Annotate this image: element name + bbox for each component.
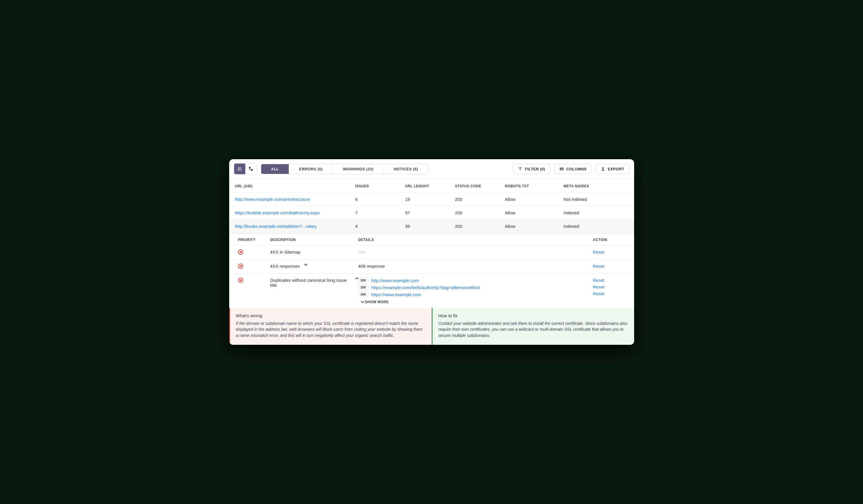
- filter-label: FILTER (0): [525, 167, 545, 171]
- cell-meta: Indexed: [564, 224, 628, 229]
- cell-robots: Allow: [505, 210, 564, 215]
- cell-meta: Indexed: [564, 210, 628, 215]
- reset-link[interactable]: Reset: [593, 291, 628, 296]
- cell-url-length: 19: [405, 197, 455, 202]
- panel-title: What's wrong: [236, 313, 426, 318]
- tab-errors[interactable]: ERRORS (0): [289, 164, 333, 174]
- reset-link[interactable]: Reset: [593, 249, 628, 255]
- col-url-length[interactable]: URL LENGHT: [405, 184, 455, 188]
- col-meta-noindex[interactable]: META NOIDEX: [564, 184, 628, 188]
- filter-button[interactable]: FILTER (0): [513, 164, 550, 174]
- list-view-button[interactable]: [234, 164, 245, 174]
- cell-robots: Allow: [505, 224, 564, 229]
- cell-status: 200: [455, 210, 505, 215]
- tree-view-button[interactable]: [245, 164, 257, 174]
- cell-status: 200: [455, 197, 505, 202]
- col-url[interactable]: URL (345): [235, 184, 355, 188]
- detail-url[interactable]: https://example.com/bells/authority?bag=…: [371, 285, 480, 290]
- table-header: URL (345) ISSUES URL LENGHT STATUS CODE …: [229, 179, 634, 193]
- filter-tabs: ALL ERRORS (0) WARNINGS (10) NOTICES (5): [261, 164, 428, 174]
- col-action: ACTION: [593, 238, 628, 242]
- svg-rect-7: [251, 169, 252, 170]
- cell-issues: 4: [355, 224, 405, 229]
- detail-url[interactable]: https://www.example.com: [371, 292, 421, 297]
- upload-icon: [601, 167, 605, 171]
- col-description: DESCRIPTION: [270, 238, 358, 242]
- svg-point-4: [238, 169, 238, 169]
- tree-icon: [249, 167, 253, 171]
- col-priority: PRIORITY: [238, 238, 270, 242]
- export-label: EXPORT: [608, 167, 624, 171]
- status-badge: 200: [358, 292, 368, 297]
- issues-header: PRIORITY DESCRIPTION DETAILS ACTION: [229, 233, 634, 245]
- cell-status: 200: [455, 224, 505, 229]
- columns-button[interactable]: COLUMNS: [554, 164, 591, 174]
- col-details: DETAILS: [358, 238, 593, 242]
- toolbar: ALL ERRORS (0) WARNINGS (10) NOTICES (5)…: [229, 159, 634, 179]
- app-window: ALL ERRORS (0) WARNINGS (10) NOTICES (5)…: [229, 159, 634, 345]
- issue-description-expandable[interactable]: 4XX responses: [270, 263, 358, 269]
- columns-label: COLUMNS: [566, 167, 587, 171]
- url-table: URL (345) ISSUES URL LENGHT STATUS CODE …: [229, 179, 634, 308]
- svg-rect-12: [561, 167, 562, 170]
- svg-point-3: [238, 167, 238, 168]
- cell-robots: Allow: [505, 197, 564, 202]
- filter-icon: [518, 167, 523, 171]
- table-row[interactable]: https://bubble.example.com/bath/army.asp…: [229, 206, 634, 220]
- list-icon: [237, 167, 242, 171]
- status-badge: 200: [358, 277, 368, 283]
- error-icon: [238, 263, 243, 269]
- svg-rect-14: [602, 170, 604, 171]
- action-column: Reset Reset Reset: [593, 277, 628, 296]
- detail-item: 200 https://example.com/bells/authority?…: [358, 285, 593, 290]
- issue-row-expanded: Duplicates without canonical long issue …: [229, 273, 634, 308]
- columns-icon: [559, 167, 564, 171]
- info-panels: What's wrong If the domain or subdomain …: [229, 308, 634, 345]
- how-to-fix-panel: How to fix Contact your website administ…: [432, 308, 634, 345]
- export-button[interactable]: EXPORT: [596, 164, 629, 174]
- url-link[interactable]: https://bubble.example.com/bath/army.asp…: [235, 210, 355, 215]
- status-badge: 200: [358, 285, 368, 290]
- panel-body: If the domain or subdomain name to which…: [236, 321, 426, 338]
- issue-description: 4XX in Sitemap: [270, 249, 358, 255]
- issue-description-expandable[interactable]: Duplicates without canonical long issue …: [270, 277, 358, 288]
- whats-wrong-panel: What's wrong If the domain or subdomain …: [229, 308, 432, 345]
- detail-links: 200 http://www.example.com 200 https://e…: [358, 277, 593, 304]
- panel-body: Contact your website administrator and a…: [438, 321, 628, 338]
- svg-rect-13: [563, 167, 563, 170]
- view-toggle: [234, 163, 257, 175]
- cell-issues: 6: [355, 197, 405, 202]
- cell-issues: 7: [355, 210, 405, 215]
- svg-rect-6: [249, 167, 250, 168]
- reset-link[interactable]: Reset: [593, 284, 628, 289]
- chevron-down-icon: [304, 262, 308, 266]
- detail-item: 200 http://www.example.com: [358, 277, 593, 283]
- panel-title: How to fix: [438, 313, 628, 318]
- url-link[interactable]: http://www.example.com/ants#account: [235, 197, 355, 202]
- url-link[interactable]: http://books.example.net/addition?...nda…: [235, 224, 355, 229]
- error-icon: [238, 249, 243, 255]
- reset-link[interactable]: Reset: [593, 277, 628, 283]
- tab-all[interactable]: ALL: [261, 164, 289, 174]
- issue-row: 4XX in Sitemap N/A Reset: [229, 245, 634, 259]
- cell-meta: Not indexed: [564, 197, 628, 202]
- col-robots[interactable]: ROBOTS.TXT: [505, 184, 564, 188]
- table-row[interactable]: http://www.example.com/ants#account 6 19…: [229, 193, 634, 206]
- chevron-down-icon: [361, 300, 364, 303]
- issue-details-na: N/A: [358, 249, 593, 255]
- reset-link[interactable]: Reset: [593, 263, 628, 269]
- col-issues[interactable]: ISSUES: [355, 184, 405, 188]
- svg-point-5: [238, 170, 238, 170]
- tab-warnings[interactable]: WARNINGS (10): [333, 164, 384, 174]
- detail-item: 200 https://www.example.com: [358, 292, 593, 297]
- cell-url-length: 97: [405, 210, 455, 215]
- col-status-code[interactable]: STATUS CODE: [455, 184, 505, 188]
- detail-url[interactable]: http://www.example.com: [371, 278, 419, 283]
- svg-rect-11: [560, 167, 561, 170]
- show-more-button[interactable]: SHOW MORE: [358, 300, 593, 304]
- tab-notices[interactable]: NOTICES (5): [384, 164, 428, 174]
- cell-url-length: 39: [405, 224, 455, 229]
- table-row-selected[interactable]: http://books.example.net/addition?...nda…: [229, 220, 634, 233]
- error-icon: [238, 277, 243, 283]
- issue-row: 4XX responses 408 response Reset: [229, 259, 634, 273]
